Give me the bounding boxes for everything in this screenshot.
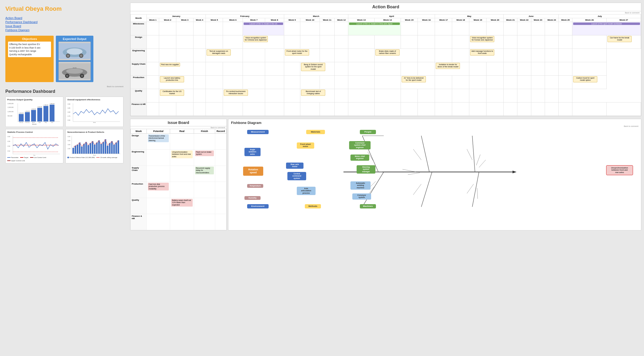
task-massage: Add massage functions to front seats: [470, 49, 494, 56]
nav-fishbone-diagram[interactable]: Fishbone Diagram: [5, 28, 123, 32]
ab-cell: [206, 35, 223, 49]
nav-performance-dashboard[interactable]: Performance Dashboard: [5, 20, 123, 24]
ab-cell: [193, 49, 206, 62]
back-to-comment-fb: Back to comment: [228, 125, 641, 128]
ab-cell: [374, 35, 401, 49]
ab-w6: Week 6: [223, 18, 243, 22]
svg-point-2: [67, 48, 83, 55]
ab-cell: [159, 22, 176, 35]
objectives-title: Objectives: [8, 37, 51, 41]
car-image-2: AUDI: [58, 62, 91, 80]
ib-fin-finish: [194, 214, 215, 230]
svg-line-104: [477, 188, 478, 199]
chart-1-area: 2,000,000 1,500,000 1,000,000 500,000 1,…: [7, 102, 61, 123]
ab-cell: [223, 35, 243, 49]
fb-category-machines: Machines: [360, 204, 376, 208]
ib-row-engineering: Engineering Unsynchronization between fr…: [131, 150, 226, 166]
ab-w20: Week 20: [486, 18, 504, 22]
ib-row-supplychain: Supply Chain Recurrent supply delay for …: [131, 166, 226, 182]
ib-sc-record: [215, 166, 226, 182]
ab-cell: [335, 22, 348, 35]
ib-sc-real: [170, 166, 194, 182]
task-tires: 21" tires to be delivered for the sport …: [402, 76, 426, 82]
main-container: Virtual Obeya Room Action Board Performa…: [0, 0, 644, 356]
svg-text:0.50: 0.50: [68, 119, 70, 121]
ib-eng-real: Unsynchronization between front and rear…: [170, 150, 194, 166]
svg-rect-66: [83, 144, 85, 154]
ab-cell: [418, 22, 435, 35]
ab-w19: Week 19: [469, 18, 486, 22]
ab-cell: [418, 102, 435, 116]
fb-result: Unsynchronizationbetween front andrear a…: [606, 165, 633, 175]
ib-fin-record: [215, 214, 226, 230]
ab-cell: [401, 89, 418, 102]
ab-cell: [147, 89, 159, 102]
ab-cell: [486, 89, 504, 102]
ab-scroll: Month January February March April May J…: [130, 14, 641, 116]
svg-rect-65: [81, 146, 83, 154]
chart-3-legend: Parameter Target Low Control Limit Upper…: [7, 157, 61, 162]
ab-cell: [193, 22, 206, 35]
ib-prod-record: [215, 182, 226, 198]
legend-rolling-avg: 10-week rolling average: [96, 157, 117, 158]
ab-cell: [531, 62, 545, 76]
ab-cell: [504, 89, 517, 102]
right-panel: Action Board Back to comment Month Janua…: [129, 0, 644, 356]
ab-cell: [435, 76, 452, 89]
ab-row-production: Production Launch new battery production…: [131, 76, 641, 89]
action-board-title: Action Board: [130, 3, 641, 11]
ab-cell: [147, 49, 159, 62]
ab-cell: [243, 49, 265, 62]
ab-cell: [545, 62, 558, 76]
ab-cell: [243, 62, 265, 76]
nav-action-board[interactable]: Action Board: [5, 16, 123, 20]
svg-rect-19: [19, 114, 24, 122]
svg-text:5.00: 5.00: [68, 136, 70, 137]
ab-cell: [223, 62, 243, 76]
svg-text:0.90: 0.90: [68, 103, 70, 105]
svg-text:0.55: 0.55: [8, 141, 10, 142]
svg-text:2.00: 2.00: [68, 148, 70, 149]
ab-cell: [517, 35, 531, 49]
ab-w4: Week 4: [193, 18, 206, 22]
chart-3-title: Statistic Process Control: [7, 131, 61, 133]
ab-cell: [320, 102, 334, 116]
ab-milestone-sport: Launch of the sport model worldwide: [572, 22, 641, 35]
ib-qual-finish: [194, 198, 215, 214]
ab-cell: [435, 49, 452, 62]
ab-w9: Week 9: [284, 18, 300, 22]
task-air-suspension: Test air suspension on damaged roads: [207, 49, 231, 56]
svg-line-95: [476, 155, 480, 165]
ab-design-voice1: Voice-recognition system for Chinese and…: [243, 35, 284, 49]
chart-2-title: Overall equipment effectiveness: [67, 98, 122, 101]
ab-cell: [243, 102, 265, 116]
ab-month-feb: February: [206, 14, 284, 18]
ab-label-production: Production: [131, 76, 147, 89]
ab-w5: Week 5: [206, 18, 223, 22]
ab-sc-tender: Invitation to tender for doors of the br…: [435, 62, 469, 76]
task-touchscreen: Fix central touchscreen interaction issu…: [224, 90, 248, 96]
nav-issue-board[interactable]: Issue Board: [5, 24, 123, 28]
ab-w15: Week 15: [401, 18, 418, 22]
ab-cell: [300, 22, 320, 35]
svg-rect-77: [107, 146, 108, 154]
ab-cell: [147, 102, 159, 116]
svg-text:0.60: 0.60: [8, 136, 10, 137]
ab-cell: [486, 102, 504, 116]
svg-line-101: [413, 184, 421, 195]
fishbone-title: Fishbone Diagram: [228, 119, 641, 125]
ab-cell: [401, 102, 418, 116]
ab-w22: Week 22: [517, 18, 531, 22]
svg-point-11: [66, 75, 69, 77]
ab-prod-battery: Launch new battery production line: [159, 76, 193, 89]
chart-process-output: Process Output Quantity 2,000,000 1,500,…: [5, 97, 63, 127]
task-voice-kj: Voice-recognition system for Korean and …: [470, 36, 494, 42]
ab-cell: [545, 102, 558, 116]
ab-cell: [284, 76, 300, 89]
issue-board-title: Issue Board: [130, 119, 226, 126]
ab-cell: [572, 35, 607, 49]
ab-cell: [517, 76, 531, 89]
ab-row-finance: Finance & HR: [131, 102, 641, 116]
svg-text:Week: Week: [93, 122, 96, 123]
ab-cell: [147, 22, 159, 35]
